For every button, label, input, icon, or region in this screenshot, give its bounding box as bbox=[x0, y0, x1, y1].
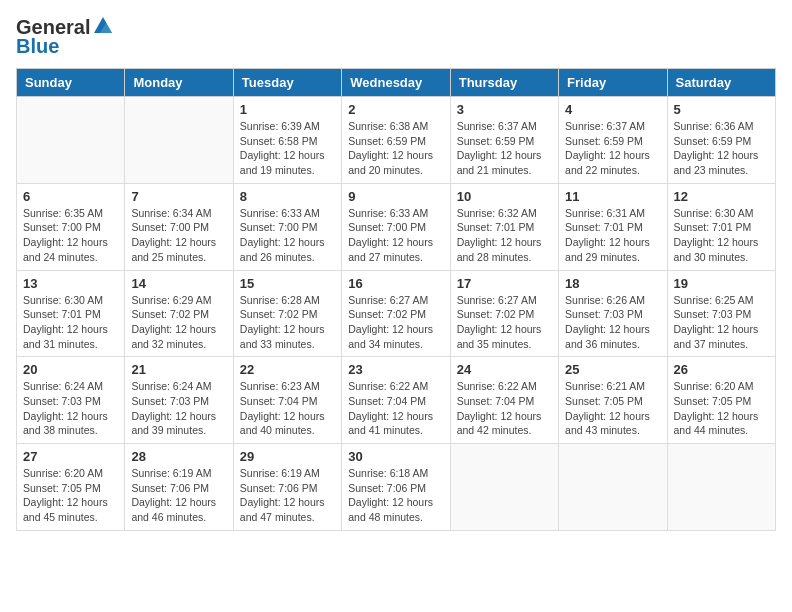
calendar-cell: 7Sunrise: 6:34 AM Sunset: 7:00 PM Daylig… bbox=[125, 183, 233, 270]
header-row: SundayMondayTuesdayWednesdayThursdayFrid… bbox=[17, 69, 776, 97]
day-info: Sunrise: 6:37 AM Sunset: 6:59 PM Dayligh… bbox=[457, 119, 552, 178]
day-number: 7 bbox=[131, 189, 226, 204]
day-of-week-header: Tuesday bbox=[233, 69, 341, 97]
day-info: Sunrise: 6:23 AM Sunset: 7:04 PM Dayligh… bbox=[240, 379, 335, 438]
day-info: Sunrise: 6:32 AM Sunset: 7:01 PM Dayligh… bbox=[457, 206, 552, 265]
calendar-cell: 22Sunrise: 6:23 AM Sunset: 7:04 PM Dayli… bbox=[233, 357, 341, 444]
day-of-week-header: Friday bbox=[559, 69, 667, 97]
day-info: Sunrise: 6:24 AM Sunset: 7:03 PM Dayligh… bbox=[131, 379, 226, 438]
calendar-cell: 24Sunrise: 6:22 AM Sunset: 7:04 PM Dayli… bbox=[450, 357, 558, 444]
day-info: Sunrise: 6:22 AM Sunset: 7:04 PM Dayligh… bbox=[457, 379, 552, 438]
logo: General Blue bbox=[16, 16, 114, 58]
day-info: Sunrise: 6:27 AM Sunset: 7:02 PM Dayligh… bbox=[348, 293, 443, 352]
calendar-cell: 19Sunrise: 6:25 AM Sunset: 7:03 PM Dayli… bbox=[667, 270, 775, 357]
day-info: Sunrise: 6:33 AM Sunset: 7:00 PM Dayligh… bbox=[348, 206, 443, 265]
day-info: Sunrise: 6:25 AM Sunset: 7:03 PM Dayligh… bbox=[674, 293, 769, 352]
day-number: 28 bbox=[131, 449, 226, 464]
calendar-body: 1Sunrise: 6:39 AM Sunset: 6:58 PM Daylig… bbox=[17, 97, 776, 531]
calendar-cell: 30Sunrise: 6:18 AM Sunset: 7:06 PM Dayli… bbox=[342, 444, 450, 531]
calendar-cell: 9Sunrise: 6:33 AM Sunset: 7:00 PM Daylig… bbox=[342, 183, 450, 270]
day-info: Sunrise: 6:35 AM Sunset: 7:00 PM Dayligh… bbox=[23, 206, 118, 265]
day-of-week-header: Monday bbox=[125, 69, 233, 97]
calendar-cell bbox=[667, 444, 775, 531]
calendar-cell: 16Sunrise: 6:27 AM Sunset: 7:02 PM Dayli… bbox=[342, 270, 450, 357]
calendar-cell: 8Sunrise: 6:33 AM Sunset: 7:00 PM Daylig… bbox=[233, 183, 341, 270]
calendar-cell: 13Sunrise: 6:30 AM Sunset: 7:01 PM Dayli… bbox=[17, 270, 125, 357]
day-number: 1 bbox=[240, 102, 335, 117]
calendar-cell: 12Sunrise: 6:30 AM Sunset: 7:01 PM Dayli… bbox=[667, 183, 775, 270]
week-row: 13Sunrise: 6:30 AM Sunset: 7:01 PM Dayli… bbox=[17, 270, 776, 357]
calendar-cell: 26Sunrise: 6:20 AM Sunset: 7:05 PM Dayli… bbox=[667, 357, 775, 444]
week-row: 6Sunrise: 6:35 AM Sunset: 7:00 PM Daylig… bbox=[17, 183, 776, 270]
day-info: Sunrise: 6:39 AM Sunset: 6:58 PM Dayligh… bbox=[240, 119, 335, 178]
day-info: Sunrise: 6:31 AM Sunset: 7:01 PM Dayligh… bbox=[565, 206, 660, 265]
day-number: 13 bbox=[23, 276, 118, 291]
day-number: 18 bbox=[565, 276, 660, 291]
calendar-cell: 3Sunrise: 6:37 AM Sunset: 6:59 PM Daylig… bbox=[450, 97, 558, 184]
day-info: Sunrise: 6:18 AM Sunset: 7:06 PM Dayligh… bbox=[348, 466, 443, 525]
week-row: 20Sunrise: 6:24 AM Sunset: 7:03 PM Dayli… bbox=[17, 357, 776, 444]
logo-blue-text: Blue bbox=[16, 35, 59, 58]
calendar-cell bbox=[450, 444, 558, 531]
logo-icon bbox=[92, 15, 114, 37]
calendar-cell: 10Sunrise: 6:32 AM Sunset: 7:01 PM Dayli… bbox=[450, 183, 558, 270]
day-number: 19 bbox=[674, 276, 769, 291]
calendar-cell: 25Sunrise: 6:21 AM Sunset: 7:05 PM Dayli… bbox=[559, 357, 667, 444]
day-number: 11 bbox=[565, 189, 660, 204]
day-number: 21 bbox=[131, 362, 226, 377]
day-number: 10 bbox=[457, 189, 552, 204]
day-number: 16 bbox=[348, 276, 443, 291]
calendar-cell: 11Sunrise: 6:31 AM Sunset: 7:01 PM Dayli… bbox=[559, 183, 667, 270]
calendar-cell: 21Sunrise: 6:24 AM Sunset: 7:03 PM Dayli… bbox=[125, 357, 233, 444]
day-info: Sunrise: 6:30 AM Sunset: 7:01 PM Dayligh… bbox=[23, 293, 118, 352]
day-info: Sunrise: 6:19 AM Sunset: 7:06 PM Dayligh… bbox=[131, 466, 226, 525]
day-number: 6 bbox=[23, 189, 118, 204]
calendar-cell: 27Sunrise: 6:20 AM Sunset: 7:05 PM Dayli… bbox=[17, 444, 125, 531]
day-number: 3 bbox=[457, 102, 552, 117]
week-row: 27Sunrise: 6:20 AM Sunset: 7:05 PM Dayli… bbox=[17, 444, 776, 531]
day-number: 4 bbox=[565, 102, 660, 117]
day-number: 14 bbox=[131, 276, 226, 291]
day-number: 26 bbox=[674, 362, 769, 377]
header: General Blue bbox=[16, 16, 776, 58]
day-info: Sunrise: 6:34 AM Sunset: 7:00 PM Dayligh… bbox=[131, 206, 226, 265]
day-of-week-header: Saturday bbox=[667, 69, 775, 97]
calendar-cell: 28Sunrise: 6:19 AM Sunset: 7:06 PM Dayli… bbox=[125, 444, 233, 531]
day-number: 15 bbox=[240, 276, 335, 291]
day-number: 22 bbox=[240, 362, 335, 377]
calendar-cell: 29Sunrise: 6:19 AM Sunset: 7:06 PM Dayli… bbox=[233, 444, 341, 531]
day-info: Sunrise: 6:30 AM Sunset: 7:01 PM Dayligh… bbox=[674, 206, 769, 265]
day-number: 24 bbox=[457, 362, 552, 377]
day-number: 29 bbox=[240, 449, 335, 464]
day-number: 12 bbox=[674, 189, 769, 204]
day-info: Sunrise: 6:36 AM Sunset: 6:59 PM Dayligh… bbox=[674, 119, 769, 178]
day-info: Sunrise: 6:38 AM Sunset: 6:59 PM Dayligh… bbox=[348, 119, 443, 178]
day-number: 23 bbox=[348, 362, 443, 377]
day-info: Sunrise: 6:37 AM Sunset: 6:59 PM Dayligh… bbox=[565, 119, 660, 178]
day-info: Sunrise: 6:22 AM Sunset: 7:04 PM Dayligh… bbox=[348, 379, 443, 438]
day-info: Sunrise: 6:20 AM Sunset: 7:05 PM Dayligh… bbox=[23, 466, 118, 525]
calendar-cell: 15Sunrise: 6:28 AM Sunset: 7:02 PM Dayli… bbox=[233, 270, 341, 357]
day-number: 17 bbox=[457, 276, 552, 291]
calendar-cell: 17Sunrise: 6:27 AM Sunset: 7:02 PM Dayli… bbox=[450, 270, 558, 357]
calendar-cell: 23Sunrise: 6:22 AM Sunset: 7:04 PM Dayli… bbox=[342, 357, 450, 444]
day-number: 30 bbox=[348, 449, 443, 464]
day-info: Sunrise: 6:19 AM Sunset: 7:06 PM Dayligh… bbox=[240, 466, 335, 525]
day-of-week-header: Wednesday bbox=[342, 69, 450, 97]
calendar-cell: 2Sunrise: 6:38 AM Sunset: 6:59 PM Daylig… bbox=[342, 97, 450, 184]
calendar-cell: 1Sunrise: 6:39 AM Sunset: 6:58 PM Daylig… bbox=[233, 97, 341, 184]
day-info: Sunrise: 6:27 AM Sunset: 7:02 PM Dayligh… bbox=[457, 293, 552, 352]
calendar: SundayMondayTuesdayWednesdayThursdayFrid… bbox=[16, 68, 776, 531]
day-number: 9 bbox=[348, 189, 443, 204]
day-info: Sunrise: 6:28 AM Sunset: 7:02 PM Dayligh… bbox=[240, 293, 335, 352]
week-row: 1Sunrise: 6:39 AM Sunset: 6:58 PM Daylig… bbox=[17, 97, 776, 184]
day-of-week-header: Thursday bbox=[450, 69, 558, 97]
calendar-cell: 14Sunrise: 6:29 AM Sunset: 7:02 PM Dayli… bbox=[125, 270, 233, 357]
day-number: 5 bbox=[674, 102, 769, 117]
day-info: Sunrise: 6:29 AM Sunset: 7:02 PM Dayligh… bbox=[131, 293, 226, 352]
day-of-week-header: Sunday bbox=[17, 69, 125, 97]
calendar-cell bbox=[125, 97, 233, 184]
calendar-cell bbox=[17, 97, 125, 184]
day-info: Sunrise: 6:21 AM Sunset: 7:05 PM Dayligh… bbox=[565, 379, 660, 438]
calendar-cell: 4Sunrise: 6:37 AM Sunset: 6:59 PM Daylig… bbox=[559, 97, 667, 184]
